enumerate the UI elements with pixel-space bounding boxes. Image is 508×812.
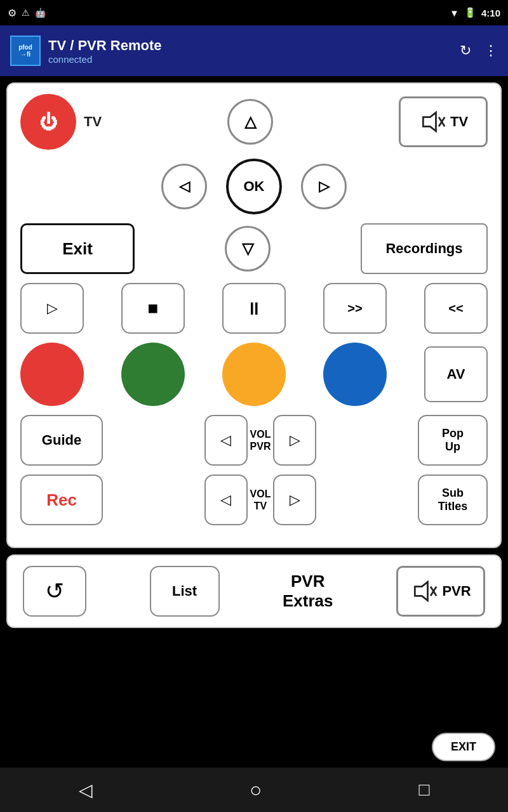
mute-tv-button[interactable]: TV	[399, 96, 488, 147]
app-title: TV / PVR Remote	[48, 37, 452, 54]
row-1: ⏻ TV △ TV	[20, 94, 488, 150]
nav-bar: ◁ ○ □	[0, 768, 508, 812]
app-bar: pfod →fi TV / PVR Remote connected ↻ ⋮	[0, 25, 508, 76]
left-arrow-button[interactable]: ◁	[161, 164, 207, 209]
app-icon: ⚙	[8, 7, 17, 19]
svg-marker-0	[423, 112, 436, 131]
recordings-button[interactable]: Recordings	[361, 223, 488, 274]
app-subtitle: connected	[48, 54, 452, 65]
row-2: ◁ OK ▷	[20, 159, 488, 214]
pvr-mute-label: PVR	[442, 583, 471, 599]
status-right-icons: ▼ 🔋 4:10	[450, 7, 500, 18]
status-left-icons: ⚙ ⚠ 🤖	[8, 7, 46, 19]
vol-pvr-down-button[interactable]: ◁	[204, 415, 248, 466]
row-6: Guide ◁ VOL PVR ▷ Pop Up	[20, 415, 488, 466]
app-title-block: TV / PVR Remote connected	[48, 37, 452, 65]
android-icon: 🤖	[35, 8, 46, 18]
ok-button[interactable]: OK	[226, 159, 282, 214]
status-bar: ⚙ ⚠ 🤖 ▼ 🔋 4:10	[0, 0, 508, 25]
play-button[interactable]: ▷	[20, 283, 84, 334]
pvr-extras-label: PVR Extras	[283, 572, 333, 611]
subtitles-button[interactable]: Sub Titles	[418, 475, 488, 525]
popup-button[interactable]: Pop Up	[418, 415, 488, 466]
up-arrow-button[interactable]: △	[227, 99, 273, 145]
wifi-icon: ▼	[450, 8, 459, 18]
list-button[interactable]: List	[150, 566, 220, 617]
row-3: Exit ▽ Recordings	[20, 223, 488, 274]
stop-button[interactable]: ■	[121, 283, 185, 334]
fast-forward-button[interactable]: >>	[323, 283, 387, 334]
guide-button[interactable]: Guide	[20, 415, 103, 466]
mute-icon	[418, 108, 446, 136]
battery-icon: 🔋	[464, 7, 476, 18]
tv-power-button[interactable]: ⏻	[20, 94, 76, 150]
av-button[interactable]: AV	[424, 346, 488, 402]
time-display: 4:10	[481, 8, 500, 18]
yellow-button[interactable]	[222, 343, 286, 406]
vol-tv-up-button[interactable]: ▷	[273, 475, 316, 525]
rec-button[interactable]: Rec	[20, 475, 103, 525]
vol-pvr-group: ◁ VOL PVR ▷	[204, 415, 317, 466]
bottom-panel: ↺ List PVR Extras PVR	[6, 554, 502, 628]
vol-tv-group: ◁ VOL TV ▷	[204, 475, 317, 525]
pause-button[interactable]: ⏸	[222, 283, 286, 334]
exit-float-button[interactable]: EXIT	[432, 733, 495, 761]
tv-power-group: ⏻ TV	[20, 94, 102, 150]
exit-button[interactable]: Exit	[20, 223, 135, 274]
row-4-transport: ▷ ■ ⏸ >> <<	[20, 283, 488, 334]
vol-tv-label: VOL TV	[250, 488, 271, 512]
refresh-button[interactable]: ↻	[460, 43, 471, 59]
blue-button[interactable]	[323, 343, 387, 406]
svg-marker-3	[415, 582, 428, 600]
nav-back-button[interactable]: ◁	[79, 780, 93, 801]
green-button[interactable]	[121, 343, 185, 406]
remote-panel: ⏻ TV △ TV ◁ OK ▷ Exit ▽ Recordings ▷ ■ ⏸…	[6, 82, 502, 548]
rewind-button[interactable]: <<	[424, 283, 488, 334]
right-arrow-button[interactable]: ▷	[301, 164, 347, 209]
tv-label-1: TV	[84, 114, 102, 130]
app-logo: pfod →fi	[10, 36, 41, 66]
row-7: Rec ◁ VOL TV ▷ Sub Titles	[20, 475, 488, 525]
row-5-colors: AV	[20, 343, 488, 406]
nav-home-button[interactable]: ○	[250, 778, 262, 802]
menu-button[interactable]: ⋮	[484, 43, 498, 59]
app-bar-icons: ↻ ⋮	[460, 43, 498, 59]
replay-button[interactable]: ↺	[23, 566, 86, 617]
down-arrow-button[interactable]: ▽	[225, 226, 271, 272]
vol-tv-down-button[interactable]: ◁	[204, 475, 248, 525]
vol-pvr-label: VOL PVR	[250, 428, 271, 452]
pvr-mute-icon	[410, 577, 438, 605]
vol-pvr-up-button[interactable]: ▷	[273, 415, 316, 466]
red-button[interactable]	[20, 343, 84, 406]
pvr-mute-button[interactable]: PVR	[396, 566, 485, 617]
alert-icon: ⚠	[22, 8, 30, 18]
nav-recent-button[interactable]: □	[418, 780, 429, 800]
mute-tv-label: TV	[450, 114, 468, 130]
